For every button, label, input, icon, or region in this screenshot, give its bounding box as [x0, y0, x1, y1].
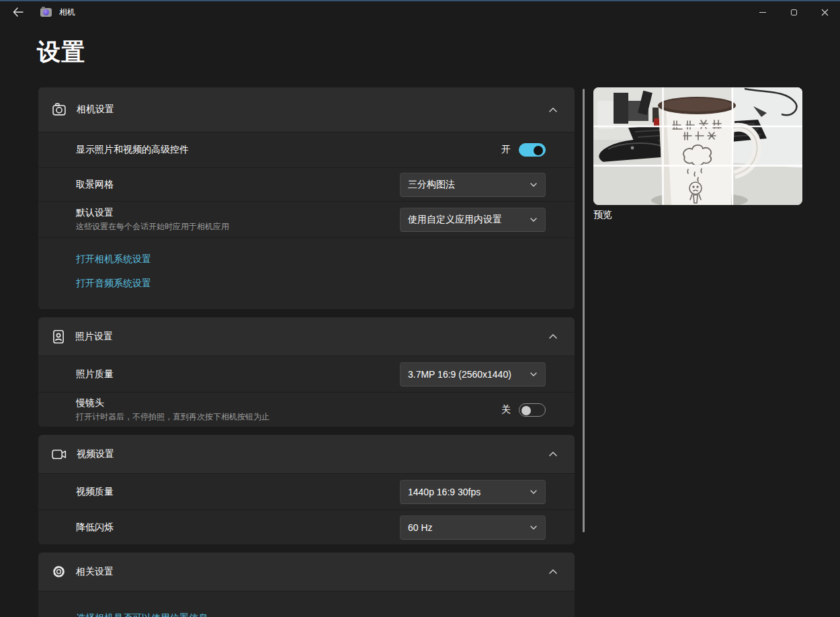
camera-settings-card: 相机设置 显示照片和视频的高级控件 开 取景网格 三分构图法 默认设置 这些设置 — [38, 87, 575, 309]
video-quality-value: 1440p 16:9 30fps — [408, 487, 480, 497]
timelapse-row: 慢镜头 打开计时器后，不停拍照，直到再次按下相机按钮为止 关 — [38, 392, 575, 427]
related-settings-header[interactable]: 相关设置 — [38, 552, 575, 591]
framing-grid-dropdown[interactable]: 三分构图法 — [400, 173, 546, 197]
related-settings-card: 相关设置 选择相机是否可以使用位置信息 更改隐私设置 — [38, 552, 575, 617]
chevron-down-icon — [530, 218, 537, 222]
close-icon — [821, 9, 829, 16]
chevron-up-icon — [549, 108, 557, 112]
chevron-up-icon — [549, 452, 557, 456]
gear-icon — [51, 564, 67, 579]
chevron-down-icon — [530, 526, 537, 530]
photo-quality-label: 照片质量 — [76, 368, 114, 380]
default-settings-label: 默认设置 — [76, 207, 229, 219]
flicker-dropdown[interactable]: 60 Hz — [400, 516, 546, 540]
back-button[interactable] — [8, 4, 28, 20]
advanced-controls-row: 显示照片和视频的高级控件 开 — [38, 132, 575, 167]
section-title: 视频设置 — [77, 448, 114, 460]
camera-location-link[interactable]: 选择相机是否可以使用位置信息 — [76, 606, 208, 617]
camera-app-icon — [40, 8, 52, 17]
photo-quality-row: 照片质量 3.7MP 16:9 (2560x1440) — [38, 356, 575, 392]
default-settings-desc: 这些设置在每个会话开始时应用于相机应用 — [76, 221, 229, 233]
vertical-scrollbar[interactable] — [583, 89, 585, 532]
framing-grid-row: 取景网格 三分构图法 — [38, 167, 575, 201]
titlebar: 相机 — [0, 1, 840, 23]
window-controls — [747, 1, 840, 23]
back-arrow-icon — [13, 7, 24, 17]
section-title: 照片设置 — [75, 331, 113, 343]
camera-preview-scene — [593, 87, 802, 205]
minimize-icon — [759, 12, 766, 13]
timelapse-label: 慢镜头 — [76, 397, 269, 409]
open-audio-system-settings-link[interactable]: 打开音频系统设置 — [76, 272, 151, 296]
default-settings-dropdown[interactable]: 使用自定义应用内设置 — [400, 208, 546, 232]
framing-grid-label: 取景网格 — [76, 179, 114, 191]
photo-quality-dropdown[interactable]: 3.7MP 16:9 (2560x1440) — [400, 362, 546, 386]
page-title: 设置 — [37, 36, 85, 68]
chevron-up-icon — [549, 569, 557, 574]
settings-panel: 相机设置 显示照片和视频的高级控件 开 取景网格 三分构图法 默认设置 这些设置 — [38, 87, 575, 617]
toggle-knob — [521, 406, 531, 415]
maximize-button[interactable] — [778, 1, 809, 23]
video-settings-card: 视频设置 视频质量 1440p 16:9 30fps 降低闪烁 60 Hz — [38, 435, 575, 544]
chevron-down-icon — [530, 490, 537, 494]
photo-quality-value: 3.7MP 16:9 (2560x1440) — [408, 369, 511, 380]
camera-links-block: 打开相机系统设置 打开音频系统设置 — [38, 237, 575, 309]
video-camera-icon — [51, 448, 67, 461]
camera-settings-header[interactable]: 相机设置 — [38, 87, 575, 132]
default-settings-row: 默认设置 这些设置在每个会话开始时应用于相机应用 使用自定义应用内设置 — [38, 201, 575, 237]
preview-label: 预览 — [593, 209, 612, 221]
chevron-down-icon — [530, 372, 537, 376]
video-quality-label: 视频质量 — [76, 486, 114, 498]
video-quality-row: 视频质量 1440p 16:9 30fps — [38, 473, 575, 509]
flicker-label: 降低闪烁 — [76, 522, 114, 534]
open-camera-system-settings-link[interactable]: 打开相机系统设置 — [76, 247, 151, 272]
collapse-button[interactable] — [543, 562, 563, 582]
video-settings-header[interactable]: 视频设置 — [38, 435, 575, 473]
advanced-controls-toggle[interactable] — [519, 143, 546, 157]
video-quality-dropdown[interactable]: 1440p 16:9 30fps — [400, 480, 546, 504]
chevron-up-icon — [549, 334, 557, 339]
framing-grid-value: 三分构图法 — [408, 179, 455, 191]
photo-icon — [51, 329, 66, 345]
collapse-button[interactable] — [543, 99, 563, 120]
timelapse-toggle[interactable] — [519, 403, 546, 417]
photo-settings-header[interactable]: 照片设置 — [38, 317, 575, 356]
flicker-value: 60 Hz — [408, 522, 433, 533]
toggle-state-label: 开 — [501, 144, 511, 156]
collapse-button[interactable] — [543, 444, 563, 464]
default-settings-value: 使用自定义应用内设置 — [408, 214, 502, 226]
camera-icon — [51, 102, 67, 117]
app-title: 相机 — [59, 7, 75, 18]
advanced-controls-label: 显示照片和视频的高级控件 — [76, 144, 189, 156]
photo-settings-card: 照片设置 照片质量 3.7MP 16:9 (2560x1440) 慢镜头 打开计… — [38, 317, 575, 427]
section-title: 相关设置 — [76, 566, 114, 578]
toggle-knob — [534, 146, 543, 155]
collapse-button[interactable] — [543, 327, 563, 347]
toggle-state-label: 关 — [501, 404, 511, 416]
chevron-down-icon — [530, 183, 537, 187]
related-links-block: 选择相机是否可以使用位置信息 更改隐私设置 — [38, 591, 575, 617]
section-title: 相机设置 — [77, 104, 114, 116]
preview-image — [593, 87, 802, 205]
flicker-row: 降低闪烁 60 Hz — [38, 509, 575, 544]
timelapse-desc: 打开计时器后，不停拍照，直到再次按下相机按钮为止 — [76, 411, 269, 423]
minimize-button[interactable] — [747, 1, 778, 23]
close-button[interactable] — [809, 1, 840, 23]
maximize-icon — [791, 9, 797, 15]
